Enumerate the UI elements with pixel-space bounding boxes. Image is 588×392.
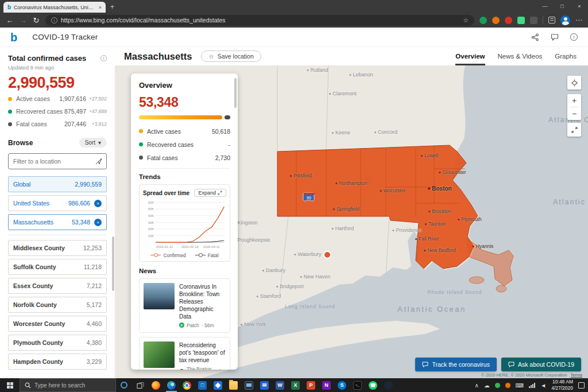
location-row-united-states[interactable]: United States 986,606 × xyxy=(8,195,107,211)
window-close-button[interactable]: × xyxy=(571,0,588,13)
info-icon[interactable]: i xyxy=(570,33,578,41)
browser-menu-button[interactable]: ⋯ xyxy=(575,16,582,24)
tray-app-icon[interactable] xyxy=(495,383,500,388)
start-button[interactable] xyxy=(0,378,20,392)
taskbar-icon-photos[interactable] xyxy=(210,378,226,392)
news-item[interactable]: Coronavirus In Brookline: Town Releases … xyxy=(139,278,230,333)
site-info-icon[interactable]: i xyxy=(51,17,57,24)
svg-text:2020-01-21: 2020-01-21 xyxy=(156,245,173,249)
cortana-button[interactable] xyxy=(116,378,132,392)
card-scrollbar[interactable] xyxy=(234,78,237,108)
tab-close-icon[interactable]: × xyxy=(99,5,102,10)
locate-arrow-icon[interactable] xyxy=(95,158,102,165)
sort-dropdown[interactable]: Sort ▾ xyxy=(79,138,107,148)
county-row[interactable]: Plymouth County 4,380 xyxy=(8,335,107,351)
network-icon[interactable] xyxy=(529,382,535,388)
tray-app-icon[interactable] xyxy=(505,383,510,388)
zoom-out-button[interactable]: − xyxy=(567,107,581,120)
bing-logo[interactable]: b xyxy=(10,32,17,43)
task-view-button[interactable] xyxy=(132,378,148,392)
county-row[interactable]: Worcester County 4,460 xyxy=(8,316,107,332)
location-row-global[interactable]: Global 2,990,559 xyxy=(8,176,107,192)
feedback-icon[interactable] xyxy=(551,33,559,41)
save-location-button[interactable]: ☆ Save location xyxy=(201,51,261,62)
back-button[interactable]: ← xyxy=(6,16,14,25)
news-item[interactable]: Reconsidering pot's 'teaspoon' of tax re… xyxy=(139,337,230,370)
taskbar-search-input[interactable] xyxy=(34,382,103,389)
address-bar[interactable]: i https://www.bing.com/covid/local/massa… xyxy=(45,15,474,26)
taskbar-icon-file-explorer[interactable] xyxy=(226,378,241,392)
favorite-star-icon[interactable]: ☆ xyxy=(463,17,469,24)
fullscreen-button[interactable] xyxy=(567,123,581,137)
extension-icon[interactable] xyxy=(505,17,512,24)
track-coronavirus-button[interactable]: Track the coronavirus xyxy=(415,358,497,371)
taskbar-icon-terminal[interactable]: >_ xyxy=(350,378,365,392)
taskbar-icon-word[interactable]: W xyxy=(272,378,288,392)
app-header: b COVID-19 Tracker i xyxy=(0,28,588,47)
task-view-icon xyxy=(137,382,144,389)
map-pin-marker xyxy=(324,251,331,258)
confirmed-series-line xyxy=(156,207,224,242)
remove-location-icon[interactable]: × xyxy=(94,219,102,226)
window-minimize-button[interactable]: — xyxy=(536,0,554,13)
touch-keyboard-icon[interactable]: ⌨ xyxy=(516,382,524,389)
county-row[interactable]: Suffolk County 11,218 xyxy=(8,259,107,275)
cases-ratio-bar xyxy=(139,115,230,119)
county-row[interactable]: Norfolk County 5,172 xyxy=(8,297,107,313)
zoom-in-button[interactable]: + xyxy=(567,94,581,107)
volume-icon[interactable]: ◄ xyxy=(540,382,546,389)
browser-tab[interactable]: b Coronavirus Massachusetts, Uni… × xyxy=(3,2,106,13)
tab-overview[interactable]: Overview xyxy=(455,47,485,65)
svg-text:90: 90 xyxy=(307,196,311,200)
taskbar-icon-excel[interactable]: X xyxy=(288,378,303,392)
taskbar-icon-steam[interactable] xyxy=(381,378,396,392)
extension-icon[interactable] xyxy=(492,17,500,24)
taskbar-icon-store[interactable]: □ xyxy=(195,378,210,392)
action-center-icon[interactable] xyxy=(578,382,585,389)
map-canvas[interactable]: 90 RutlandLebanonGlens FallsClaremontSar… xyxy=(115,65,588,378)
new-tab-button[interactable]: + xyxy=(110,3,114,11)
expand-chart-button[interactable]: Expand xyxy=(194,189,226,197)
taskbar-icon-powerpoint[interactable]: P xyxy=(303,378,319,392)
taskbar-search[interactable] xyxy=(20,378,116,392)
taskbar-icon-skype[interactable]: S xyxy=(334,378,350,392)
info-icon[interactable]: i xyxy=(100,55,107,61)
terms-link[interactable]: Terms xyxy=(571,372,582,378)
window-maximize-button[interactable]: □ xyxy=(554,0,571,13)
extension-icon[interactable] xyxy=(517,17,525,24)
taskbar-icon-onenote[interactable]: N xyxy=(319,378,334,392)
county-name: Suffolk County xyxy=(13,263,56,270)
taskbar-icon-chrome[interactable] xyxy=(179,378,195,392)
news-thumbnail xyxy=(144,283,175,309)
tab-news-videos[interactable]: News & Videos xyxy=(498,47,543,65)
action-label: Track the coronavirus xyxy=(432,361,490,368)
forward-button[interactable]: → xyxy=(19,16,27,25)
taskbar-clock[interactable]: 10:48 AM 4/27/2020 xyxy=(551,379,573,391)
county-row[interactable]: Middlesex County 12,253 xyxy=(8,240,107,256)
profile-avatar[interactable] xyxy=(560,15,570,25)
tray-expand-chevron[interactable]: ∧ xyxy=(475,382,479,389)
extension-icon[interactable] xyxy=(530,17,537,24)
location-row-massachusetts[interactable]: Massachusetts 53,348 × xyxy=(8,214,107,230)
fatal-cases-row: Fatal cases 207,446 +3,912 xyxy=(8,118,107,130)
share-icon[interactable] xyxy=(531,33,539,41)
collections-icon[interactable] xyxy=(548,17,555,24)
refresh-button[interactable]: ↻ xyxy=(32,16,40,25)
onedrive-cloud-icon[interactable]: ☁ xyxy=(484,382,490,389)
tab-graphs[interactable]: Graphs xyxy=(555,47,577,65)
county-row[interactable]: Hampden County 3,229 xyxy=(8,354,107,370)
taskbar-icon-firefox[interactable] xyxy=(148,378,164,392)
taskbar-icon-this-pc[interactable] xyxy=(241,378,257,392)
active-cases-row: Active cases 50,618 xyxy=(139,125,230,138)
ask-about-covid-button[interactable]: Ask about COVID-19 xyxy=(501,358,581,371)
confirmed-legend-icon xyxy=(150,255,161,255)
locate-me-button[interactable] xyxy=(567,76,581,90)
taskbar-icon-mail[interactable]: ✉ xyxy=(257,378,272,392)
county-row[interactable]: Essex County 7,212 xyxy=(8,278,107,294)
sidebar-scrollbar[interactable] xyxy=(112,236,114,291)
taskbar-icon-whatsapp[interactable]: ☎ xyxy=(365,378,381,392)
taskbar-icon-edge[interactable] xyxy=(164,378,179,392)
remove-location-icon[interactable]: × xyxy=(94,200,102,207)
extension-icon[interactable] xyxy=(479,17,487,24)
location-filter-input[interactable] xyxy=(8,153,107,169)
